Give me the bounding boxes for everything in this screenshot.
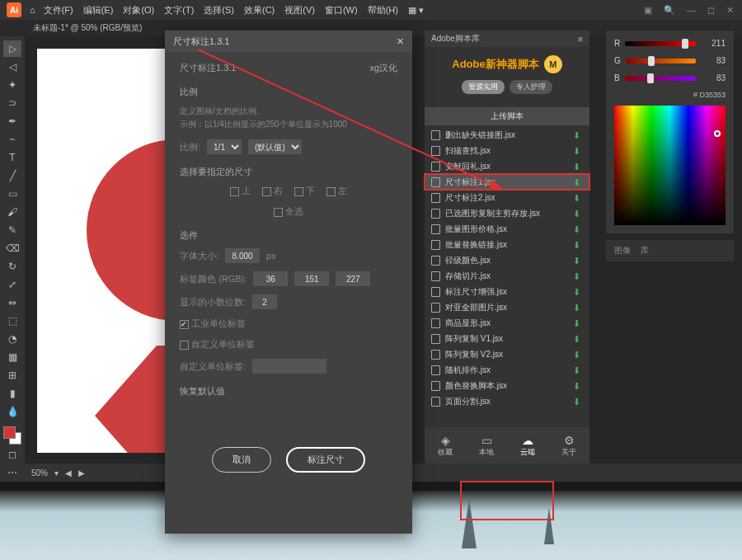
menu-view[interactable]: 视图(V) bbox=[284, 4, 315, 16]
dialog-close-icon[interactable]: ✕ bbox=[397, 36, 404, 47]
download-icon[interactable]: ⬇ bbox=[573, 318, 583, 328]
screen-mode-tool[interactable]: ◻ bbox=[3, 446, 21, 463]
script-item[interactable]: 已选图形复制主剪存放.jsx⬇ bbox=[425, 205, 589, 221]
search-icon[interactable]: 🔍 bbox=[664, 5, 675, 16]
pill-2[interactable]: 专人护理 bbox=[510, 80, 552, 94]
shaper-tool[interactable]: ✎ bbox=[3, 222, 21, 238]
scale-default-select[interactable]: (默认值) bbox=[248, 139, 302, 154]
script-item[interactable]: 删出缺失链接图.jsx⬇ bbox=[425, 127, 589, 143]
sync-icon[interactable]: ▣ bbox=[644, 5, 652, 16]
script-item[interactable]: 批量替换链接.jsx⬇ bbox=[425, 237, 589, 252]
download-icon[interactable]: ⬇ bbox=[573, 224, 583, 234]
scale-select[interactable]: 1/1 bbox=[207, 139, 242, 154]
download-icon[interactable]: ⬇ bbox=[573, 303, 583, 313]
download-icon[interactable]: ⬇ bbox=[573, 177, 583, 187]
selection-tool[interactable]: ▷ bbox=[3, 40, 21, 57]
script-item[interactable]: 尺寸标注1.jsx⬇ bbox=[425, 174, 589, 190]
download-icon[interactable]: ⬇ bbox=[573, 271, 583, 281]
download-icon[interactable]: ⬇ bbox=[573, 240, 583, 250]
shape-builder-tool[interactable]: ◔ bbox=[3, 331, 21, 347]
chk-down[interactable]: 下 bbox=[294, 185, 315, 197]
chk-up[interactable]: 上 bbox=[230, 185, 251, 197]
b-slider[interactable] bbox=[625, 76, 696, 81]
type-tool[interactable]: T bbox=[3, 149, 21, 166]
zoom-dropdown[interactable]: 50% bbox=[31, 468, 48, 478]
mesh-tool[interactable]: ⊞ bbox=[3, 367, 21, 384]
window-close-icon[interactable]: ✕ bbox=[726, 5, 734, 16]
confirm-button[interactable]: 标注尺寸 bbox=[286, 447, 365, 473]
script-item[interactable]: 随机排作.jsx⬇ bbox=[425, 362, 589, 378]
fg-swatch[interactable] bbox=[3, 426, 16, 439]
menu-edit[interactable]: 编辑(E) bbox=[83, 4, 114, 16]
download-icon[interactable]: ⬇ bbox=[573, 334, 583, 344]
window-max-icon[interactable]: ◻ bbox=[707, 5, 715, 16]
panel-menu-icon[interactable]: ≡ bbox=[578, 35, 583, 44]
edit-toolbar[interactable]: ⋯ bbox=[3, 464, 21, 481]
menu-object[interactable]: 对象(O) bbox=[123, 4, 154, 16]
color-picker[interactable] bbox=[614, 106, 726, 225]
footer-tab-fav[interactable]: ◈收藏 bbox=[438, 434, 453, 458]
menu-help[interactable]: 帮助(H) bbox=[368, 4, 398, 16]
menu-effect[interactable]: 效果(C) bbox=[244, 4, 275, 16]
scale-tool[interactable]: ⤢ bbox=[3, 276, 21, 293]
download-icon[interactable]: ⬇ bbox=[573, 193, 583, 203]
dialog-titlebar[interactable]: 尺寸标注1.3.1 ✕ bbox=[165, 31, 412, 52]
gradient-tool[interactable]: ▮ bbox=[3, 385, 21, 402]
script-item[interactable]: 安献回礼.jsx⬇ bbox=[425, 158, 589, 174]
chk-all[interactable]: 全选 bbox=[274, 205, 303, 218]
home-icon[interactable]: ⌂ bbox=[30, 5, 35, 15]
script-item[interactable]: 标注尺寸增强.jsx⬇ bbox=[425, 284, 589, 299]
download-icon[interactable]: ⬇ bbox=[573, 350, 583, 360]
color-b-input[interactable] bbox=[336, 271, 370, 286]
download-icon[interactable]: ⬇ bbox=[573, 365, 583, 375]
script-item[interactable]: 尺寸标注2.jsx⬇ bbox=[425, 190, 589, 205]
download-icon[interactable]: ⬇ bbox=[573, 209, 583, 219]
download-icon[interactable]: ⬇ bbox=[573, 397, 583, 407]
script-item[interactable]: 商品显形.jsx⬇ bbox=[425, 315, 589, 331]
menu-text[interactable]: 文字(T) bbox=[164, 4, 194, 16]
color-g-input[interactable] bbox=[294, 271, 329, 286]
lasso-tool[interactable]: ⊃ bbox=[3, 95, 21, 111]
brush-tool[interactable]: 🖌 bbox=[3, 204, 21, 220]
free-transform-tool[interactable]: ⬚ bbox=[3, 313, 21, 329]
zoom-chevron-icon[interactable]: ▾ bbox=[54, 468, 59, 478]
download-icon[interactable]: ⬇ bbox=[573, 287, 583, 297]
chk-right[interactable]: 右 bbox=[262, 185, 283, 197]
footer-tab-about[interactable]: ⚙关于 bbox=[561, 434, 576, 458]
direct-select-tool[interactable]: ◁ bbox=[3, 59, 21, 75]
chk-custom-unit[interactable]: 自定义单位标签 bbox=[180, 338, 255, 351]
cancel-button[interactable]: 取消 bbox=[212, 447, 271, 473]
download-icon[interactable]: ⬇ bbox=[573, 256, 583, 266]
scripts-tab[interactable]: 上传脚本 bbox=[425, 107, 589, 125]
curvature-tool[interactable]: ~ bbox=[3, 131, 21, 148]
document-tab[interactable]: 未标题-1* @ 50% (RGB/预览) bbox=[33, 22, 142, 34]
download-icon[interactable]: ⬇ bbox=[573, 130, 583, 140]
script-item[interactable]: 颜色替换脚本.jsx⬇ bbox=[425, 378, 589, 393]
scripts-header[interactable]: Adobe脚本库 ≡ bbox=[425, 31, 589, 47]
font-size-input[interactable] bbox=[225, 248, 260, 263]
pen-tool[interactable]: ✒ bbox=[3, 113, 21, 129]
line-tool[interactable]: ╱ bbox=[3, 167, 21, 184]
perspective-tool[interactable]: ▦ bbox=[3, 349, 21, 365]
script-item[interactable]: 存储切片.jsx⬇ bbox=[425, 268, 589, 284]
download-icon[interactable]: ⬇ bbox=[573, 162, 583, 172]
script-item[interactable]: 扫描查找.jsx⬇ bbox=[425, 143, 589, 158]
wand-tool[interactable]: ✦ bbox=[3, 77, 21, 93]
eraser-tool[interactable]: ⌫ bbox=[3, 240, 21, 256]
rotate-tool[interactable]: ↻ bbox=[3, 258, 21, 275]
decimals-input[interactable] bbox=[252, 294, 277, 309]
script-item[interactable]: 对亚全部图片.jsx⬇ bbox=[425, 299, 589, 315]
menu-select[interactable]: 选择(S) bbox=[204, 4, 234, 16]
tab-image[interactable]: 图像 bbox=[614, 245, 631, 256]
tab-library[interactable]: 库 bbox=[641, 245, 649, 256]
footer-tab-local[interactable]: ▭本地 bbox=[479, 434, 494, 458]
g-slider[interactable] bbox=[626, 59, 696, 64]
menu-file[interactable]: 文件(F) bbox=[44, 4, 73, 16]
script-item[interactable]: 页面分割.jsx⬇ bbox=[425, 393, 589, 409]
script-item[interactable]: 阵列复制 V1.jsx⬇ bbox=[425, 331, 589, 346]
pill-1[interactable]: 资源实用 bbox=[462, 80, 505, 94]
custom-unit-input[interactable] bbox=[252, 359, 326, 374]
chk-industrial[interactable]: 工业单位标签 bbox=[180, 318, 246, 330]
chk-left[interactable]: 左 bbox=[326, 185, 347, 197]
nav-prev-icon[interactable]: ◀ bbox=[65, 468, 72, 478]
